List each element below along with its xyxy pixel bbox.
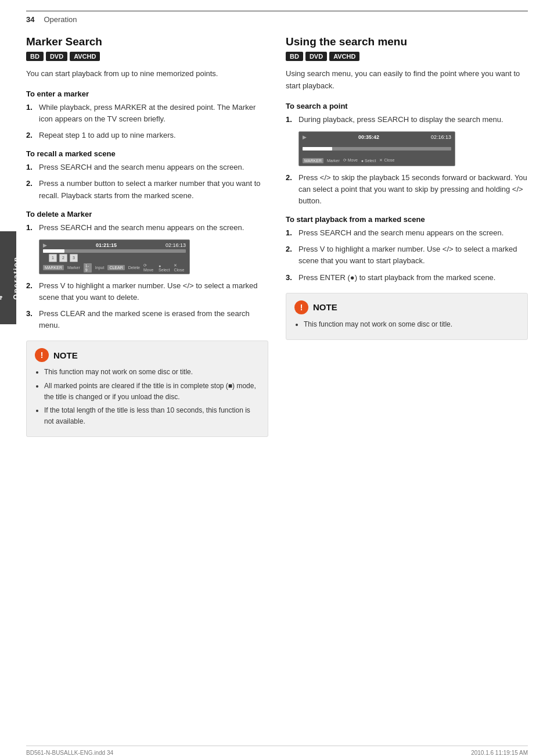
play-icon: ▶ (43, 242, 47, 248)
footer-right: 2010.1.6 11:19:15 AM (471, 750, 528, 756)
r-play-icon: ▶ (303, 134, 307, 140)
note-item: This function may not work on some disc … (304, 319, 519, 330)
list-item: 2. Press a number button to select a mar… (26, 178, 268, 201)
badge-dvd-left: DVD (46, 52, 67, 61)
marker-label: Marker (67, 266, 80, 270)
list-item: 1. Press SEARCH and the search menu appe… (26, 222, 268, 234)
r-note-icon: ! (294, 300, 308, 314)
note-item: If the total length of the title is less… (44, 405, 260, 427)
sub-heading-delete: To delete a Marker (26, 210, 268, 218)
header-section-title: Operation (44, 15, 77, 24)
list-item: 1. Press SEARCH and the search menu appe… (286, 227, 528, 239)
footer-left: BD561-N-BUSALLK-ENG.indd 34 (26, 750, 113, 756)
clear-btn: CLEAR (107, 265, 124, 270)
content-area: Marker Search BD DVD AVCHD You can start… (26, 35, 528, 437)
delete-item-2: Press V to highlight a marker number. Us… (39, 280, 268, 303)
r-progress-bar (303, 147, 451, 151)
r-marker-btn: MARKER (303, 158, 323, 163)
r-progress-fill (303, 147, 332, 151)
right-intro: Using search menu, you can easily to fin… (286, 68, 528, 92)
right-screen-mockup: ▶ 00:35:42 02:16:13 MARKER Marker ⟳ Move… (298, 131, 455, 166)
r-screen-time-right: 02:16:13 (431, 134, 451, 140)
screen-time-right: 02:16:13 (166, 242, 186, 248)
r-screen-bottom-bar: MARKER Marker ⟳ Move ● Select ✕ Close (303, 158, 451, 163)
select-label: ● Select (159, 264, 170, 272)
note-item: All marked points are cleared if the tit… (44, 381, 260, 403)
delete-item-1: Press SEARCH and the search menu appears… (39, 222, 268, 234)
page-footer: BD561-N-BUSALLK-ENG.indd 34 2010.1.6 11:… (26, 746, 528, 756)
list-item: 3. Press ENTER (●) to start playback fro… (286, 272, 528, 284)
recall-item-2: Press a number button to select a marker… (39, 178, 268, 201)
sub-heading-playback: To start playback from a marked scene (286, 215, 528, 224)
note-header: ! NOTE (35, 348, 260, 362)
marker-icon-3: 3 (70, 254, 78, 262)
r-marker-label: Marker (327, 159, 340, 163)
playback-item-3: Press ENTER (●) to start playback from t… (298, 272, 528, 284)
delete-item-3: Press CLEAR and the marked scene is eras… (39, 308, 268, 331)
playback-list: 1. Press SEARCH and the search menu appe… (286, 227, 528, 284)
playback-item-1: Press SEARCH and the search menu appears… (298, 227, 528, 239)
side-tab: 4Operation (0, 231, 16, 324)
delete-list: 1. Press SEARCH and the search menu appe… (26, 222, 268, 234)
progress-fill (43, 249, 64, 253)
note-item: This function may not work on some disc … (44, 367, 260, 378)
left-intro: You can start playback from up to nine m… (26, 68, 268, 80)
right-section-title: Using the search menu (286, 35, 528, 48)
r-screen-time-center: 00:35:42 (358, 134, 379, 140)
left-screen-mockup: ▶ 01:21:15 02:16:13 1 2 3 MARK (39, 239, 190, 274)
list-item: 1. While playback, press MARKER at the d… (26, 102, 268, 125)
list-item: 2. Press V to highlight a marker number.… (286, 243, 528, 267)
badge-avchd-right: AVCHD (329, 52, 359, 61)
r-note-header: ! NOTE (294, 300, 519, 314)
input-btn: 1-9 (84, 263, 92, 273)
side-tab-label: 4Operation (0, 256, 20, 300)
left-badge-row: BD DVD AVCHD (26, 52, 268, 61)
recall-list: 1. Press SEARCH and the search menu appe… (26, 162, 268, 201)
search-item-2: Press </> to skip the playback 15 second… (298, 172, 528, 207)
badge-avchd-left: AVCHD (70, 52, 100, 61)
screen-time-center: 01:21:15 (96, 242, 117, 248)
right-badge-row: BD DVD AVCHD (286, 52, 528, 61)
r-screen-top-bar: ▶ 00:35:42 02:16:13 (303, 134, 451, 140)
note-title: NOTE (53, 350, 78, 360)
screen-top-bar: ▶ 01:21:15 02:16:13 (43, 242, 186, 248)
sub-heading-search: To search a point (286, 102, 528, 110)
recall-item-1: Press SEARCH and the search menu appears… (39, 162, 268, 173)
r-close-label: ✕ Close (379, 158, 394, 163)
screen-bottom-bar: MARKER Marker 1-9 Input CLEAR Delete ⟳ M… (43, 263, 186, 273)
r-select-label: ● Select (361, 159, 376, 163)
marker-icon-1: 1 (49, 254, 57, 262)
right-column: Using the search menu BD DVD AVCHD Using… (286, 35, 528, 437)
delete-label: Delete (128, 266, 140, 270)
sub-heading-recall: To recall a marked scene (26, 149, 268, 158)
marker-btn: MARKER (43, 265, 64, 270)
badge-bd-right: BD (286, 52, 303, 61)
left-column: Marker Search BD DVD AVCHD You can start… (26, 35, 268, 437)
list-item: 2. Press </> to skip the playback 15 sec… (286, 172, 528, 207)
left-section-title: Marker Search (26, 35, 268, 48)
playback-item-2: Press V to highlight a marker number. Us… (298, 243, 528, 267)
left-note-list: This function may not work on some disc … (35, 367, 260, 427)
list-item: 1. Press SEARCH and the search menu appe… (26, 162, 268, 173)
list-item: 2. Press V to highlight a marker number.… (26, 280, 268, 303)
close-label: ✕ Close (174, 263, 186, 272)
enter-marker-item-1: While playback, press MARKER at the desi… (39, 102, 268, 125)
r-move-label: ⟳ Move (343, 158, 358, 163)
search-list-cont: 2. Press </> to skip the playback 15 sec… (286, 172, 528, 207)
move-label: ⟳ Move (143, 263, 155, 272)
list-item: 2. Repeat step 1 to add up to nine marke… (26, 130, 268, 141)
marker-icon-2: 2 (59, 254, 67, 262)
search-list: 1. During playback, press SEARCH to disp… (286, 114, 528, 126)
sub-heading-enter-marker: To enter a marker (26, 89, 268, 98)
list-item: 1. During playback, press SEARCH to disp… (286, 114, 528, 126)
r-note-title: NOTE (313, 302, 337, 312)
right-note-box: ! NOTE This function may not work on som… (286, 293, 528, 340)
right-note-list: This function may not work on some disc … (294, 319, 519, 330)
progress-bar (43, 249, 186, 253)
note-icon: ! (35, 348, 49, 362)
page-number: 34 (26, 15, 34, 24)
page-wrapper: 4Operation 34 Operation Marker Search BD… (0, 10, 554, 756)
badge-dvd-right: DVD (305, 52, 327, 61)
list-item: 3. Press CLEAR and the marked scene is e… (26, 308, 268, 331)
input-label: Input (95, 266, 105, 270)
